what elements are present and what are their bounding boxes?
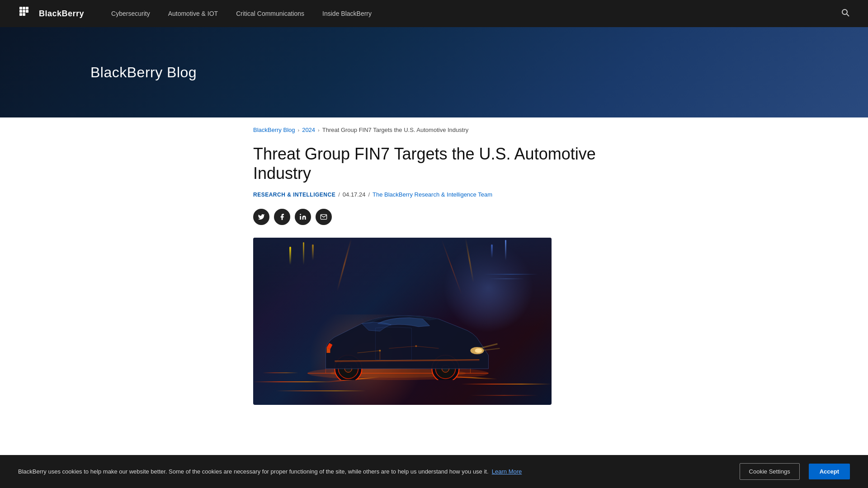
- svg-point-34: [379, 350, 381, 352]
- breadcrumb: BlackBerry Blog › 2024 › Threat Group FI…: [253, 117, 615, 144]
- article-category[interactable]: RESEARCH & INTELLIGENCE: [253, 192, 335, 198]
- hero-banner: BlackBerry Blog: [0, 27, 868, 117]
- svg-rect-6: [19, 13, 22, 16]
- nav-critical-comms[interactable]: Critical Communications: [227, 0, 313, 27]
- svg-point-10: [300, 214, 301, 216]
- meta-sep-2: /: [368, 191, 370, 198]
- svg-rect-1: [23, 7, 25, 9]
- facebook-share-button[interactable]: [274, 209, 290, 225]
- nav-cybersecurity[interactable]: Cybersecurity: [102, 0, 159, 27]
- svg-rect-3: [19, 10, 22, 13]
- svg-rect-2: [26, 7, 28, 9]
- svg-point-35: [415, 345, 417, 347]
- article-author[interactable]: The BlackBerry Research & Intelligence T…: [373, 191, 492, 198]
- nav-automotive[interactable]: Automotive & IOT: [159, 0, 227, 27]
- breadcrumb-year[interactable]: 2024: [302, 127, 315, 133]
- main-content: BlackBerry Blog › 2024 › Threat Group FI…: [163, 117, 705, 405]
- svg-rect-7: [23, 13, 25, 16]
- linkedin-share-button[interactable]: [295, 209, 311, 225]
- brand-logo[interactable]: BlackBerry: [18, 5, 84, 22]
- article-title: Threat Group FIN7 Targets the U.S. Autom…: [253, 144, 615, 183]
- search-icon[interactable]: [841, 8, 850, 19]
- nav-links: Cybersecurity Automotive & IOT Critical …: [102, 0, 841, 27]
- nav-inside-blackberry[interactable]: Inside BlackBerry: [313, 0, 381, 27]
- breadcrumb-current: Threat Group FIN7 Targets the U.S. Autom…: [322, 127, 468, 133]
- article-meta: RESEARCH & INTELLIGENCE / 04.17.24 / The…: [253, 191, 615, 198]
- navigation: BlackBerry Cybersecurity Automotive & IO…: [0, 0, 868, 27]
- twitter-share-button[interactable]: [253, 209, 269, 225]
- svg-rect-5: [26, 10, 28, 13]
- email-share-button[interactable]: [316, 209, 332, 225]
- article-hero-image: [253, 238, 552, 405]
- hero-title: BlackBerry Blog: [90, 64, 197, 81]
- breadcrumb-home[interactable]: BlackBerry Blog: [253, 127, 295, 133]
- brand-name: BlackBerry: [39, 9, 84, 19]
- svg-line-9: [847, 14, 849, 16]
- svg-point-8: [842, 9, 847, 14]
- breadcrumb-sep-2: ›: [318, 127, 320, 133]
- blackberry-logo-icon: [18, 5, 34, 22]
- article-date: 04.17.24: [343, 191, 366, 198]
- meta-sep-1: /: [338, 191, 340, 198]
- social-share-bar: [253, 209, 615, 225]
- breadcrumb-sep-1: ›: [297, 127, 299, 133]
- car-illustration: [289, 290, 506, 380]
- svg-rect-0: [19, 7, 22, 9]
- svg-rect-4: [23, 10, 25, 13]
